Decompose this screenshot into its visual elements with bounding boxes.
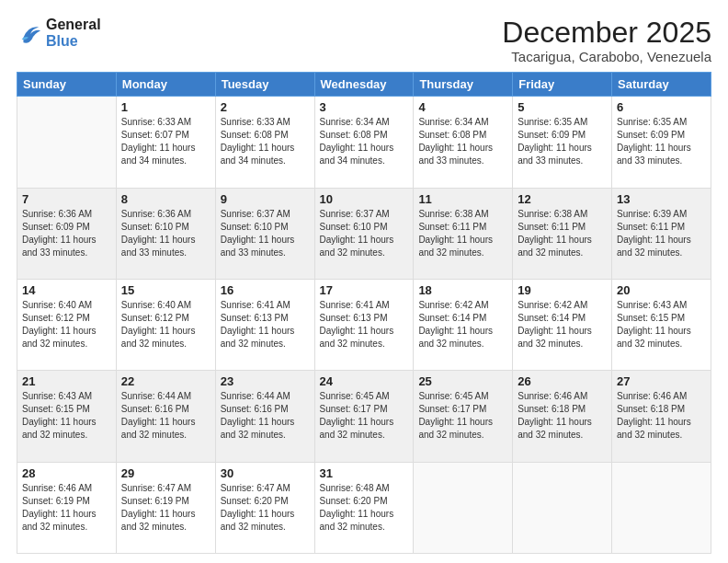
calendar-cell: 6Sunrise: 6:35 AMSunset: 6:09 PMDaylight… [612, 97, 711, 188]
day-detail: Sunrise: 6:46 AMSunset: 6:19 PMDaylight:… [22, 482, 111, 534]
calendar-table: SundayMondayTuesdayWednesdayThursdayFrid… [17, 72, 711, 554]
day-number: 9 [221, 192, 310, 206]
day-detail: Sunrise: 6:38 AMSunset: 6:11 PMDaylight:… [418, 208, 507, 259]
day-detail: Sunrise: 6:34 AMSunset: 6:08 PMDaylight:… [320, 116, 409, 167]
day-number: 14 [22, 283, 111, 297]
day-number: 24 [320, 374, 409, 388]
day-detail: Sunrise: 6:44 AMSunset: 6:16 PMDaylight:… [121, 390, 210, 442]
day-number: 23 [221, 374, 310, 388]
calendar-cell: 16Sunrise: 6:41 AMSunset: 6:13 PMDayligh… [215, 279, 314, 370]
calendar-cell: 15Sunrise: 6:40 AMSunset: 6:12 PMDayligh… [116, 279, 215, 370]
location: Tacarigua, Carabobo, Venezuela [502, 49, 711, 64]
logo-text: General Blue [46, 17, 101, 49]
calendar-week-row: 21Sunrise: 6:43 AMSunset: 6:15 PMDayligh… [17, 371, 711, 462]
day-number: 6 [617, 100, 706, 114]
calendar-cell [612, 462, 711, 553]
month-title: December 2025 [502, 17, 711, 49]
day-number: 16 [221, 283, 310, 297]
day-detail: Sunrise: 6:33 AMSunset: 6:07 PMDaylight:… [121, 116, 210, 167]
calendar-cell: 5Sunrise: 6:35 AMSunset: 6:09 PMDaylight… [513, 97, 612, 188]
calendar-week-row: 28Sunrise: 6:46 AMSunset: 6:19 PMDayligh… [17, 462, 711, 553]
col-header-sunday: Sunday [17, 73, 117, 97]
day-detail: Sunrise: 6:43 AMSunset: 6:15 PMDaylight:… [22, 390, 111, 442]
calendar-cell: 21Sunrise: 6:43 AMSunset: 6:15 PMDayligh… [17, 371, 117, 462]
day-number: 1 [121, 100, 210, 114]
day-detail: Sunrise: 6:41 AMSunset: 6:13 PMDaylight:… [221, 299, 310, 350]
day-number: 21 [22, 374, 111, 388]
calendar-cell: 12Sunrise: 6:38 AMSunset: 6:11 PMDayligh… [513, 188, 612, 279]
day-number: 26 [518, 374, 607, 388]
calendar-cell: 19Sunrise: 6:42 AMSunset: 6:14 PMDayligh… [513, 279, 612, 370]
day-number: 8 [121, 192, 210, 206]
day-detail: Sunrise: 6:35 AMSunset: 6:09 PMDaylight:… [518, 116, 607, 167]
calendar-cell: 31Sunrise: 6:48 AMSunset: 6:20 PMDayligh… [314, 462, 414, 553]
day-number: 18 [418, 283, 507, 297]
day-detail: Sunrise: 6:36 AMSunset: 6:09 PMDaylight:… [22, 208, 111, 259]
calendar-cell: 20Sunrise: 6:43 AMSunset: 6:15 PMDayligh… [612, 279, 711, 370]
calendar-cell: 23Sunrise: 6:44 AMSunset: 6:16 PMDayligh… [215, 371, 314, 462]
logo: General Blue [17, 17, 101, 49]
calendar-cell: 9Sunrise: 6:37 AMSunset: 6:10 PMDaylight… [215, 188, 314, 279]
day-number: 27 [617, 374, 706, 388]
calendar-cell: 30Sunrise: 6:47 AMSunset: 6:20 PMDayligh… [215, 462, 314, 553]
day-detail: Sunrise: 6:47 AMSunset: 6:19 PMDaylight:… [121, 482, 210, 534]
calendar-cell: 7Sunrise: 6:36 AMSunset: 6:09 PMDaylight… [17, 188, 117, 279]
day-detail: Sunrise: 6:43 AMSunset: 6:15 PMDaylight:… [617, 299, 706, 350]
day-detail: Sunrise: 6:40 AMSunset: 6:12 PMDaylight:… [22, 299, 111, 350]
day-number: 4 [418, 100, 507, 114]
calendar-cell: 14Sunrise: 6:40 AMSunset: 6:12 PMDayligh… [17, 279, 117, 370]
day-number: 31 [320, 466, 409, 480]
day-number: 5 [518, 100, 607, 114]
calendar-cell: 4Sunrise: 6:34 AMSunset: 6:08 PMDaylight… [414, 97, 513, 188]
calendar-week-row: 7Sunrise: 6:36 AMSunset: 6:09 PMDaylight… [17, 188, 711, 279]
day-number: 3 [320, 100, 409, 114]
day-detail: Sunrise: 6:34 AMSunset: 6:08 PMDaylight:… [418, 116, 507, 167]
title-block: December 2025 Tacarigua, Carabobo, Venez… [502, 17, 711, 64]
calendar-cell [414, 462, 513, 553]
calendar-cell: 26Sunrise: 6:46 AMSunset: 6:18 PMDayligh… [513, 371, 612, 462]
header: General Blue December 2025 Tacarigua, Ca… [17, 17, 711, 64]
day-number: 19 [518, 283, 607, 297]
col-header-tuesday: Tuesday [215, 73, 314, 97]
calendar-cell: 2Sunrise: 6:33 AMSunset: 6:08 PMDaylight… [215, 97, 314, 188]
col-header-friday: Friday [513, 73, 612, 97]
day-detail: Sunrise: 6:45 AMSunset: 6:17 PMDaylight:… [418, 390, 507, 442]
day-number: 15 [121, 283, 210, 297]
day-detail: Sunrise: 6:45 AMSunset: 6:17 PMDaylight:… [320, 390, 409, 442]
day-number: 17 [320, 283, 409, 297]
day-number: 12 [518, 192, 607, 206]
calendar-header-row: SundayMondayTuesdayWednesdayThursdayFrid… [17, 73, 711, 97]
day-number: 13 [617, 192, 706, 206]
calendar-cell: 27Sunrise: 6:46 AMSunset: 6:18 PMDayligh… [612, 371, 711, 462]
calendar-cell: 22Sunrise: 6:44 AMSunset: 6:16 PMDayligh… [116, 371, 215, 462]
col-header-thursday: Thursday [414, 73, 513, 97]
calendar-cell: 1Sunrise: 6:33 AMSunset: 6:07 PMDaylight… [116, 97, 215, 188]
calendar-cell: 24Sunrise: 6:45 AMSunset: 6:17 PMDayligh… [314, 371, 414, 462]
day-detail: Sunrise: 6:46 AMSunset: 6:18 PMDaylight:… [518, 390, 607, 442]
day-number: 29 [121, 466, 210, 480]
calendar-week-row: 1Sunrise: 6:33 AMSunset: 6:07 PMDaylight… [17, 97, 711, 188]
day-detail: Sunrise: 6:39 AMSunset: 6:11 PMDaylight:… [617, 208, 706, 259]
day-detail: Sunrise: 6:36 AMSunset: 6:10 PMDaylight:… [121, 208, 210, 259]
day-number: 25 [418, 374, 507, 388]
calendar-cell: 11Sunrise: 6:38 AMSunset: 6:11 PMDayligh… [414, 188, 513, 279]
calendar-week-row: 14Sunrise: 6:40 AMSunset: 6:12 PMDayligh… [17, 279, 711, 370]
day-detail: Sunrise: 6:48 AMSunset: 6:20 PMDaylight:… [320, 482, 409, 534]
calendar-cell: 8Sunrise: 6:36 AMSunset: 6:10 PMDaylight… [116, 188, 215, 279]
day-detail: Sunrise: 6:46 AMSunset: 6:18 PMDaylight:… [617, 390, 706, 442]
calendar-cell: 3Sunrise: 6:34 AMSunset: 6:08 PMDaylight… [314, 97, 414, 188]
calendar-cell [17, 97, 117, 188]
calendar-cell: 10Sunrise: 6:37 AMSunset: 6:10 PMDayligh… [314, 188, 414, 279]
day-detail: Sunrise: 6:40 AMSunset: 6:12 PMDaylight:… [121, 299, 210, 350]
calendar-cell: 28Sunrise: 6:46 AMSunset: 6:19 PMDayligh… [17, 462, 117, 553]
col-header-saturday: Saturday [612, 73, 711, 97]
col-header-wednesday: Wednesday [314, 73, 414, 97]
day-detail: Sunrise: 6:44 AMSunset: 6:16 PMDaylight:… [221, 390, 310, 442]
col-header-monday: Monday [116, 73, 215, 97]
day-number: 28 [22, 466, 111, 480]
day-detail: Sunrise: 6:38 AMSunset: 6:11 PMDaylight:… [518, 208, 607, 259]
day-number: 20 [617, 283, 706, 297]
day-detail: Sunrise: 6:42 AMSunset: 6:14 PMDaylight:… [518, 299, 607, 350]
day-number: 11 [418, 192, 507, 206]
calendar-cell: 29Sunrise: 6:47 AMSunset: 6:19 PMDayligh… [116, 462, 215, 553]
